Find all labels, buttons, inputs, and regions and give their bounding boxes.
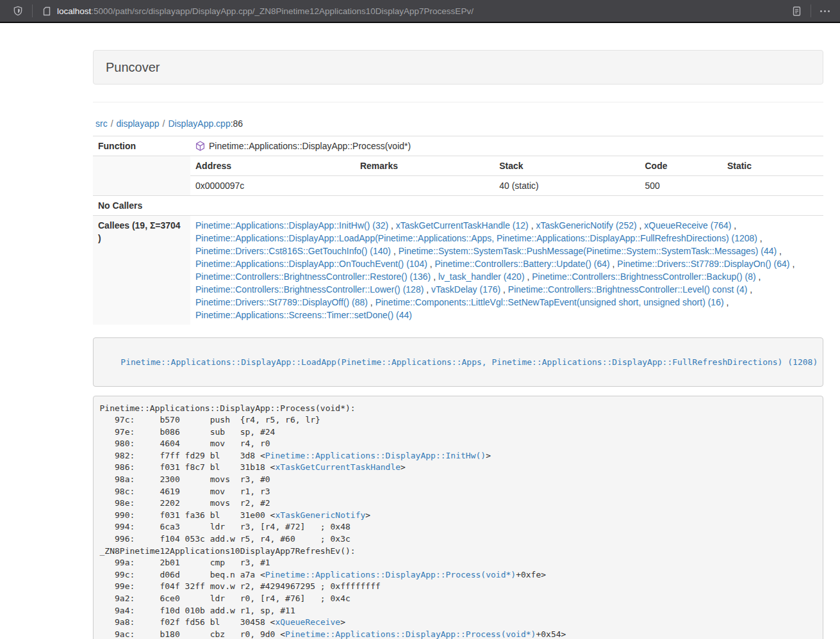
disassembly-block: Pinetime::Applications::DisplayApp::Proc…: [93, 396, 823, 639]
remarks-value: [355, 176, 494, 196]
callee-link[interactable]: Pinetime::Controllers::Battery::Update()…: [435, 259, 610, 269]
callee-link[interactable]: xTaskGetCurrentTaskHandle (12): [396, 220, 529, 231]
callees-row: Callees (19, Σ=3704 ) Pinetime::Applicat…: [93, 216, 823, 325]
details-table: Address Remarks Stack Code Static 0x0000…: [190, 156, 823, 195]
browser-toolbar: localhost:5000/path/src/displayapp/Displ…: [0, 0, 840, 22]
callee-link[interactable]: vTaskDelay (176): [431, 284, 500, 295]
callee-link[interactable]: Pinetime::Applications::DisplayApp::Init…: [195, 220, 388, 231]
callee-link[interactable]: Pinetime::System::SystemTask::PushMessag…: [399, 246, 777, 256]
function-row-header: Function: [93, 136, 190, 156]
function-name-cell: Pinetime::Applications::DisplayApp::Proc…: [190, 136, 823, 156]
breadcrumb: src/displayapp/DisplayApp.cpp:86: [95, 117, 823, 130]
asm-symbol-link[interactable]: xTaskGetCurrentTaskHandle: [275, 462, 400, 472]
col-address: Address: [190, 156, 355, 176]
callee-link[interactable]: Pinetime::Applications::DisplayApp::OnTo…: [195, 259, 427, 269]
breadcrumb-link-src[interactable]: src: [95, 118, 108, 129]
url-host: localhost: [57, 6, 91, 16]
asm-symbol-link[interactable]: Pinetime::Applications::DisplayApp::Init…: [265, 451, 486, 460]
callee-link[interactable]: Pinetime::Applications::DisplayApp::Load…: [195, 233, 757, 243]
callee-link[interactable]: lv_task_handler (420): [438, 271, 525, 282]
page-container: Puncover src/displayapp/DisplayApp.cpp:8…: [93, 50, 823, 639]
url-bar[interactable]: localhost:5000/path/src/displayapp/Displ…: [57, 6, 787, 16]
no-callers-row: No Callers: [93, 196, 823, 216]
callee-link[interactable]: Pinetime::Controllers::BrightnessControl…: [508, 284, 747, 295]
callees-header: Callees (19, Σ=3704 ): [93, 216, 190, 325]
breadcrumb-line-number: :86: [231, 118, 243, 129]
callees-list: Pinetime::Applications::DisplayApp::Init…: [190, 216, 823, 325]
function-row: Function Pinetime::Applications::Display…: [93, 136, 823, 156]
callee-link[interactable]: Pinetime::Applications::Screens::Timer::…: [195, 310, 412, 320]
callee-link[interactable]: Pinetime::Components::LittleVgl::SetNewT…: [375, 297, 724, 307]
more-menu-icon[interactable]: [816, 10, 834, 12]
callee-link[interactable]: xQueueReceive (764): [644, 220, 731, 231]
details-row-header-empty: [93, 156, 190, 196]
col-code: Code: [639, 156, 721, 176]
asm-symbol-link[interactable]: Pinetime::Applications::DisplayApp::Proc…: [285, 629, 536, 639]
no-callers-cell: [190, 196, 823, 216]
breadcrumb-separator: /: [163, 118, 165, 129]
col-static: Static: [722, 156, 823, 176]
toolbar-separator: [32, 4, 33, 17]
toolbar-bottom-border: [0, 22, 840, 23]
page-icon[interactable]: [38, 3, 56, 19]
app-title: Puncover: [106, 60, 811, 75]
toolbar-separator: [811, 4, 811, 17]
function-cube-icon: [195, 141, 205, 151]
callee-link[interactable]: Pinetime::Drivers::Cst816S::GetTouchInfo…: [195, 246, 391, 256]
stack-value: 40 (static): [494, 176, 639, 196]
function-details-row: Address Remarks Stack Code Static 0x0000…: [93, 156, 823, 196]
asm-symbol-link[interactable]: Pinetime::Applications::DisplayApp::Proc…: [265, 570, 516, 579]
highlighted-callee-box: Pinetime::Applications::DisplayApp::Load…: [93, 337, 823, 387]
breadcrumb-link-displayapp[interactable]: displayapp: [117, 118, 160, 129]
asm-symbol-link[interactable]: xTaskGenericNotify: [275, 510, 365, 520]
callee-link[interactable]: Pinetime::Controllers::BrightnessControl…: [195, 271, 431, 282]
col-remarks: Remarks: [355, 156, 494, 176]
tracking-protection-shield-icon[interactable]: [9, 3, 27, 19]
col-stack: Stack: [494, 156, 639, 176]
no-callers-header: No Callers: [93, 196, 190, 216]
details-cell: Address Remarks Stack Code Static 0x0000…: [190, 156, 823, 196]
callee-link[interactable]: xTaskGenericNotify (252): [536, 220, 636, 231]
reader-view-icon[interactable]: [787, 3, 805, 19]
static-value: [722, 176, 823, 196]
callee-link[interactable]: Pinetime::Controllers::BrightnessControl…: [195, 284, 424, 295]
asm-symbol-link[interactable]: xQueueReceive: [275, 617, 340, 627]
details-value-row: 0x0000097c 40 (static) 500: [190, 176, 823, 196]
breadcrumb-link-file[interactable]: DisplayApp.cpp: [168, 118, 230, 129]
app-header: Puncover: [93, 50, 823, 85]
highlighted-callee-link[interactable]: Pinetime::Applications::DisplayApp::Load…: [120, 357, 818, 367]
code-value: 500: [639, 176, 721, 196]
url-path: :5000/path/src/displayapp/DisplayApp.cpp…: [91, 6, 474, 16]
breadcrumb-separator: /: [111, 118, 113, 129]
callee-link[interactable]: Pinetime::Drivers::St7789::DisplayOff() …: [195, 297, 368, 307]
function-detail-table: Function Pinetime::Applications::Display…: [93, 136, 823, 325]
callee-link[interactable]: Pinetime::Controllers::BrightnessControl…: [532, 271, 755, 282]
address-value: 0x0000097c: [190, 176, 355, 196]
callee-link[interactable]: Pinetime::Drivers::St7789::DisplayOn() (…: [617, 259, 789, 269]
divider: [93, 102, 823, 102]
function-name: Pinetime::Applications::DisplayApp::Proc…: [209, 140, 411, 152]
